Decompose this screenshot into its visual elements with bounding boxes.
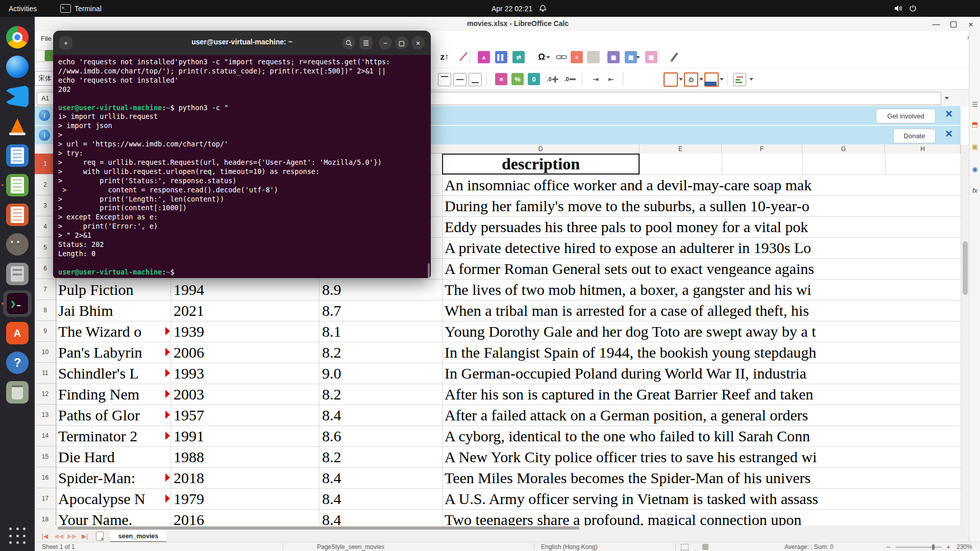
- cell-description[interactable]: When a tribal man is arrested for a case…: [445, 300, 961, 321]
- close-button[interactable]: ×: [965, 18, 976, 30]
- open-sidebar-icon[interactable]: ⬒: [969, 118, 980, 130]
- align-top-icon[interactable]: [438, 73, 451, 86]
- gallery-icon[interactable]: ▣: [969, 140, 980, 153]
- column-header-H[interactable]: H: [885, 144, 961, 154]
- expand-formula-bar-icon[interactable]: [945, 97, 949, 99]
- insert-pivot-table-icon[interactable]: ⇄: [512, 51, 525, 63]
- cell-description[interactable]: The lives of two mob hitmen, a boxer, a …: [445, 279, 961, 300]
- cell-title[interactable]: The Wizard o: [58, 321, 169, 342]
- cell-description[interactable]: After a failed attack on a German positi…: [445, 405, 961, 425]
- vertical-scrollbar[interactable]: [961, 144, 969, 525]
- cell-description[interactable]: After his son is captured in the Great B…: [445, 384, 961, 405]
- row-header-9[interactable]: 9: [35, 321, 56, 342]
- row-header-10[interactable]: 10: [35, 342, 56, 363]
- headers-and-footers-icon[interactable]: [587, 51, 599, 63]
- row-header-14[interactable]: 14: [35, 425, 56, 446]
- zoom-slider[interactable]: [895, 546, 942, 548]
- cell-year[interactable]: 1993: [174, 363, 316, 384]
- terminal-output[interactable]: echo 'requests not installed'python3 -c …: [53, 55, 431, 278]
- cell-year[interactable]: 1991: [174, 425, 316, 446]
- next-sheet-icon[interactable]: ▶▶: [67, 533, 77, 540]
- sort-descending-icon[interactable]: z↑: [438, 51, 451, 63]
- last-sheet-icon[interactable]: ▶|: [82, 533, 88, 540]
- dropdown-arrow-icon[interactable]: [636, 56, 640, 59]
- row-header-18[interactable]: 18: [35, 509, 56, 525]
- row-header-11[interactable]: 11: [35, 363, 56, 384]
- cell-rating[interactable]: 8.2: [322, 384, 439, 405]
- cell-year[interactable]: 1994: [174, 279, 316, 300]
- page-style[interactable]: PageStyle_seen_movies: [317, 542, 384, 551]
- cell-year[interactable]: 2021: [174, 300, 316, 321]
- terminal-maximize-icon[interactable]: ▢: [395, 36, 408, 49]
- sheet-count[interactable]: Sheet 1 of 1: [42, 542, 75, 551]
- cell-title[interactable]: Finding Nem: [58, 384, 169, 405]
- dropdown-arrow-icon[interactable]: [749, 78, 753, 81]
- insert-image-icon[interactable]: ▲: [478, 51, 490, 63]
- volume-icon[interactable]: [894, 0, 903, 17]
- border-style-icon[interactable]: ⚙: [684, 72, 698, 87]
- hyperlink-icon[interactable]: [555, 51, 568, 63]
- cell-description[interactable]: Eddy persuades his three pals to pool mo…: [445, 216, 961, 237]
- cell-title[interactable]: Spider-Man:: [58, 467, 169, 488]
- cell-title[interactable]: Jai Bhim: [58, 300, 169, 321]
- insert-comment-icon[interactable]: ≡: [571, 51, 583, 63]
- minimize-button[interactable]: —: [930, 18, 942, 30]
- show-draw-functions-icon[interactable]: ▦: [645, 51, 657, 63]
- align-bottom-icon[interactable]: [469, 73, 482, 86]
- language-status[interactable]: English (Hong Kong): [541, 542, 598, 551]
- cell-description[interactable]: A U.S. Army officer serving in Vietnam i…: [445, 488, 961, 509]
- cell-year[interactable]: 1939: [174, 321, 316, 342]
- cell-description[interactable]: A private detective hired to expose an a…: [445, 237, 961, 258]
- background-color-icon[interactable]: [704, 72, 719, 87]
- selection-summary[interactable]: Average: ; Sum: 0: [785, 542, 834, 551]
- terminal-close-icon[interactable]: ×: [411, 36, 425, 49]
- cell-description-header[interactable]: description: [442, 154, 640, 174]
- edit-pencil-icon[interactable]: [669, 51, 681, 64]
- cell-description[interactable]: Teen Miles Morales becomes the Spider-Ma…: [445, 467, 961, 488]
- sheet-tab-seen-movies[interactable]: seen_movies: [110, 531, 166, 543]
- cell-rating[interactable]: 8.2: [322, 446, 439, 467]
- zoom-out-icon[interactable]: −: [886, 542, 890, 551]
- maximize-button[interactable]: ▢: [948, 18, 959, 30]
- dock-item-help[interactable]: ?: [6, 352, 29, 374]
- dock-item-gimp[interactable]: [6, 233, 29, 256]
- horizontal-scrollbar[interactable]: [35, 525, 980, 531]
- row-header-7[interactable]: 7: [35, 279, 56, 300]
- cell-rating[interactable]: 8.4: [322, 509, 439, 525]
- close-notification-icon[interactable]: ×: [945, 128, 952, 139]
- add-decimal-place-icon[interactable]: .0➕: [545, 74, 560, 84]
- column-header-F[interactable]: F: [722, 144, 802, 154]
- zoom-in-icon[interactable]: +: [946, 542, 950, 551]
- cell-year[interactable]: 1988: [174, 446, 316, 467]
- donate-button[interactable]: Donate: [893, 129, 936, 143]
- dock-item-libreoffice-impress[interactable]: [6, 204, 29, 226]
- sidebar-settings-icon[interactable]: ☰: [969, 98, 980, 110]
- previous-sheet-icon[interactable]: ◀◀: [54, 533, 63, 540]
- row-header-15[interactable]: 15: [35, 446, 56, 467]
- cell-rating[interactable]: 8.2: [322, 342, 439, 363]
- search-icon[interactable]: [342, 36, 355, 49]
- clone-formatting-icon[interactable]: [457, 51, 470, 63]
- borders-icon[interactable]: [664, 72, 678, 87]
- row-header-16[interactable]: 16: [35, 467, 56, 488]
- cell-title[interactable]: Your Name.: [58, 509, 169, 525]
- menu-file[interactable]: File: [41, 35, 52, 42]
- dock-item-terminal[interactable]: ❯: [6, 292, 29, 315]
- column-header-E[interactable]: E: [640, 144, 722, 154]
- increase-indent-icon[interactable]: ⇥: [589, 74, 602, 84]
- cell-title[interactable]: Paths of Glor: [58, 405, 169, 425]
- cell-description[interactable]: In the Falangist Spain of 1944, the book…: [445, 342, 961, 363]
- cell-rating[interactable]: 9.0: [322, 363, 439, 384]
- cell-description[interactable]: In German-occupied Poland during World W…: [445, 363, 961, 384]
- dropdown-arrow-icon[interactable]: [699, 78, 703, 81]
- dock-item-vlc[interactable]: [6, 115, 29, 137]
- power-icon[interactable]: [909, 0, 917, 17]
- terminal-scrollbar-thumb[interactable]: [428, 263, 430, 278]
- row-header-17[interactable]: 17: [35, 488, 56, 509]
- format-as-currency-icon[interactable]: ¤: [495, 73, 507, 85]
- row-header-12[interactable]: 12: [35, 384, 56, 405]
- cell-title[interactable]: Die Hard: [58, 446, 169, 467]
- cell-title[interactable]: Pulp Fiction: [58, 279, 169, 300]
- center-vertically-icon[interactable]: [453, 73, 467, 86]
- column-header-G[interactable]: G: [802, 144, 885, 154]
